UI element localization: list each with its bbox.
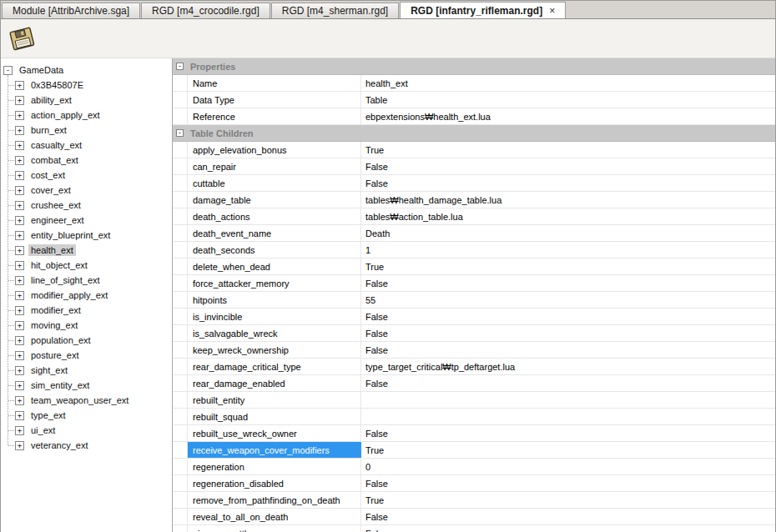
property-value[interactable]: True: [361, 492, 775, 508]
tab-rgd-m4-crocodile-rgd[interactable]: RGD [m4_crocodile.rgd]: [141, 3, 270, 18]
property-name[interactable]: death_event_name: [188, 225, 361, 241]
tree-item-crushee-ext[interactable]: +crushee_ext: [1, 198, 172, 213]
property-value[interactable]: False: [361, 275, 775, 291]
collapse-icon[interactable]: -: [3, 66, 13, 75]
property-name[interactable]: regeneration: [188, 459, 361, 474]
expand-icon[interactable]: +: [15, 111, 24, 120]
save-button[interactable]: [6, 23, 39, 54]
property-value[interactable]: Table: [361, 92, 775, 108]
expand-icon[interactable]: +: [15, 201, 24, 210]
tree-item-sight-ext[interactable]: +sight_ext: [1, 363, 172, 378]
tree-item-modifier-ext[interactable]: +modifier_ext: [1, 303, 172, 318]
expand-icon[interactable]: +: [15, 276, 24, 285]
property-name[interactable]: can_repair: [188, 158, 361, 174]
property-name[interactable]: rebuilt_entity: [188, 392, 361, 408]
property-name[interactable]: receive_weapon_cover_modifiers: [188, 442, 361, 458]
property-name[interactable]: rear_damage_enabled: [188, 375, 361, 391]
expand-icon[interactable]: +: [15, 81, 24, 90]
tree-item-line-of-sight-ext[interactable]: +line_of_sight_ext: [1, 273, 172, 288]
expand-icon[interactable]: +: [15, 336, 24, 345]
expand-icon[interactable]: +: [15, 321, 24, 330]
property-value[interactable]: [361, 409, 775, 424]
property-value[interactable]: tables₩action_table.lua: [361, 208, 775, 224]
expand-icon[interactable]: +: [15, 396, 24, 405]
section-header-properties[interactable]: -Properties: [173, 58, 775, 75]
expand-icon[interactable]: +: [15, 351, 24, 360]
property-name[interactable]: rebuilt_use_wreck_owner: [188, 425, 361, 441]
expand-icon[interactable]: +: [15, 426, 24, 435]
property-value[interactable]: True: [361, 442, 775, 458]
property-value[interactable]: False: [361, 175, 775, 191]
tree-item-veterancy-ext[interactable]: +veterancy_ext: [1, 438, 172, 453]
property-name[interactable]: remove_from_pathfinding_on_death: [188, 492, 361, 508]
property-name[interactable]: death_actions: [188, 208, 361, 224]
property-value[interactable]: False: [361, 525, 775, 532]
property-name[interactable]: Data Type: [188, 92, 361, 108]
collapse-icon[interactable]: -: [176, 129, 184, 137]
property-name[interactable]: delete_when_dead: [188, 258, 361, 274]
expand-icon[interactable]: +: [15, 306, 24, 315]
property-value[interactable]: False: [361, 509, 775, 524]
tree-item-gamedata[interactable]: - GameData: [1, 63, 172, 78]
expand-icon[interactable]: +: [15, 246, 24, 255]
property-value[interactable]: False: [361, 158, 775, 174]
property-name[interactable]: rebuilt_squad: [188, 409, 361, 424]
expand-icon[interactable]: +: [15, 141, 24, 150]
tree-item-type-ext[interactable]: +type_ext: [1, 408, 172, 423]
tab-rgd-m4-sherman-rgd[interactable]: RGD [m4_sherman.rgd]: [271, 3, 399, 18]
tree-item-0x3b45807e[interactable]: +0x3B45807E: [1, 78, 172, 93]
property-value[interactable]: Death: [361, 225, 775, 241]
property-name[interactable]: is_invincible: [188, 309, 361, 324]
property-value[interactable]: False: [361, 325, 775, 341]
expand-icon[interactable]: +: [15, 231, 24, 240]
property-value[interactable]: tables₩health_damage_table.lua: [361, 192, 775, 208]
property-value[interactable]: 55: [361, 292, 775, 308]
property-name[interactable]: keep_wreck_ownership: [188, 342, 361, 358]
tree-item-posture-ext[interactable]: +posture_ext: [1, 348, 172, 363]
property-value[interactable]: False: [361, 475, 775, 491]
property-name[interactable]: death_seconds: [188, 242, 361, 258]
property-name[interactable]: hitpoints: [188, 292, 361, 308]
tree-item-team-weapon-user-ext[interactable]: +team_weapon_user_ext: [1, 393, 172, 408]
expand-icon[interactable]: +: [15, 171, 24, 180]
property-name[interactable]: is_salvagable_wreck: [188, 325, 361, 341]
tree-item-cover-ext[interactable]: +cover_ext: [1, 183, 172, 198]
tree-item-casualty-ext[interactable]: +casualty_ext: [1, 138, 172, 153]
property-value[interactable]: False: [361, 375, 775, 391]
property-value[interactable]: True: [361, 258, 775, 274]
tree-item-label[interactable]: GameData: [17, 64, 66, 76]
property-name[interactable]: Name: [188, 75, 361, 91]
expand-icon[interactable]: +: [15, 126, 24, 135]
expand-icon[interactable]: +: [15, 366, 24, 375]
expand-icon[interactable]: +: [15, 291, 24, 300]
property-value[interactable]: 0: [361, 459, 775, 474]
expand-icon[interactable]: +: [15, 381, 24, 390]
property-value[interactable]: False: [361, 342, 775, 358]
tree-item-population-ext[interactable]: +population_ext: [1, 333, 172, 348]
expand-icon[interactable]: +: [15, 216, 24, 225]
tree-item-health-ext[interactable]: +health_ext: [1, 243, 172, 258]
tree-item-cost-ext[interactable]: +cost_ext: [1, 168, 172, 183]
tree-item-ability-ext[interactable]: +ability_ext: [1, 93, 172, 108]
property-name[interactable]: cuttable: [188, 175, 361, 191]
tree-item-modifier-apply-ext[interactable]: +modifier_apply_ext: [1, 288, 172, 303]
tab-close-icon[interactable]: ×: [549, 6, 555, 16]
tree-item-combat-ext[interactable]: +combat_ext: [1, 153, 172, 168]
tree-item-engineer-ext[interactable]: +engineer_ext: [1, 213, 172, 228]
property-value[interactable]: True: [361, 142, 775, 158]
expand-icon[interactable]: +: [15, 411, 24, 420]
tree-item-sim-entity-ext[interactable]: +sim_entity_ext: [1, 378, 172, 393]
tree-item-action-apply-ext[interactable]: +action_apply_ext: [1, 108, 172, 123]
tree-item-moving-ext[interactable]: +moving_ext: [1, 318, 172, 333]
tab-module-attribarchive-sga[interactable]: Module [AttribArchive.sga]: [2, 3, 140, 18]
expand-icon[interactable]: +: [15, 186, 24, 195]
section-header-table-children[interactable]: -Table Children: [173, 125, 775, 142]
expand-icon[interactable]: +: [15, 441, 24, 450]
expand-icon[interactable]: +: [15, 156, 24, 165]
expand-icon[interactable]: +: [15, 261, 24, 270]
property-name[interactable]: apply_elevation_bonus: [188, 142, 361, 158]
tree-item-ui-ext[interactable]: +ui_ext: [1, 423, 172, 438]
property-name[interactable]: reveal_to_all_on_death: [188, 509, 361, 524]
collapse-icon[interactable]: -: [176, 63, 184, 70]
expand-icon[interactable]: +: [15, 96, 24, 105]
